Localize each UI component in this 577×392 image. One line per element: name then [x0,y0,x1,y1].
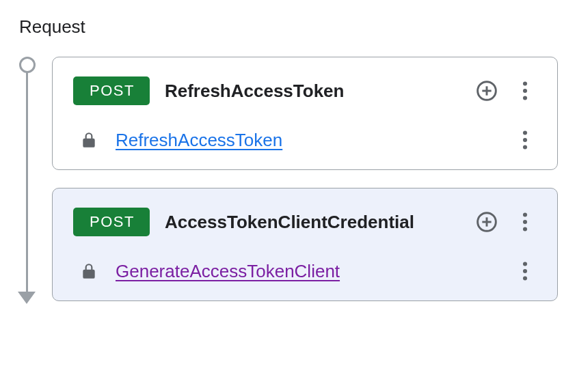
request-flow-panel: Request POST RefreshAccessToken [0,0,577,392]
svg-point-12 [523,212,527,216]
svg-point-14 [523,227,527,231]
flow-card[interactable]: POST RefreshAccessToken [52,57,558,170]
more-vert-icon [522,130,528,150]
flow-start-node [19,57,36,73]
http-method-badge: POST [73,76,150,105]
flow-end-arrow [18,292,36,304]
flow-card-header: POST AccessTokenClientCredential [73,208,537,236]
flow-card[interactable]: POST AccessTokenClientCredential [52,188,558,301]
add-step-button[interactable] [475,210,498,234]
flow-card-title: AccessTokenClientCredential [165,212,460,233]
more-vert-icon [522,262,528,281]
plus-circle-icon [476,80,498,102]
flow-card-body: GenerateAccessTokenClient [73,260,537,283]
flow-card-header: POST RefreshAccessToken [73,76,537,105]
svg-point-4 [523,89,527,93]
lock-icon [80,130,98,150]
flow-line [26,65,28,292]
http-method-badge: POST [73,208,150,236]
plus-circle-icon [476,211,498,233]
svg-point-3 [523,81,527,85]
flow-area: POST RefreshAccessToken [19,57,558,301]
svg-point-8 [523,145,527,149]
svg-point-16 [523,269,527,273]
operation-menu-button[interactable] [513,260,537,283]
svg-point-17 [523,276,527,280]
svg-point-6 [523,130,527,135]
operation-menu-button[interactable] [513,128,537,152]
svg-point-13 [523,220,527,224]
section-title: Request [19,16,558,38]
more-vert-icon [522,81,528,100]
svg-point-5 [523,96,527,100]
operation-link[interactable]: GenerateAccessTokenClient [116,261,496,282]
card-menu-button[interactable] [513,79,537,102]
card-menu-button[interactable] [513,210,537,234]
svg-point-7 [523,138,527,142]
lock-icon [80,261,98,281]
add-step-button[interactable] [475,79,498,102]
svg-point-15 [523,262,527,266]
flow-card-title: RefreshAccessToken [165,81,460,102]
operation-link[interactable]: RefreshAccessToken [116,130,496,151]
flow-card-body: RefreshAccessToken [73,128,537,152]
more-vert-icon [522,212,528,232]
